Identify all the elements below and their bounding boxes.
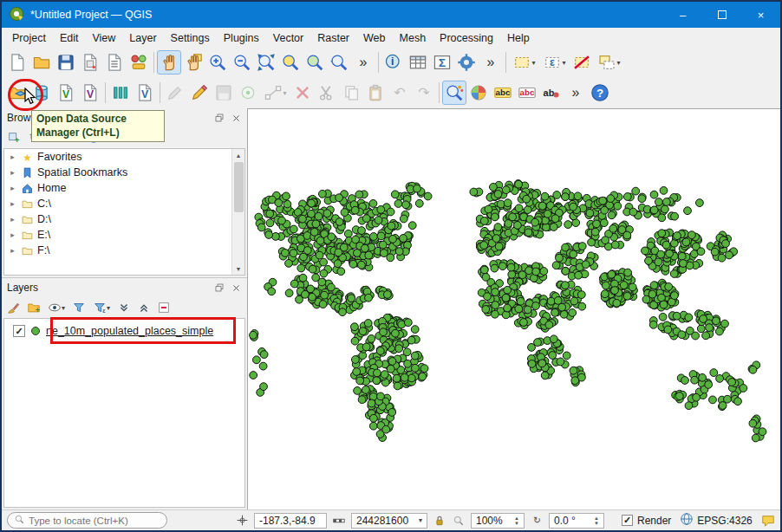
expand-chevron-icon[interactable]: ▸ (9, 168, 16, 177)
nav-toolbar-overflow-button[interactable]: » (351, 50, 375, 75)
layer-label[interactable]: ne_10m_populated_places_simple (46, 325, 213, 337)
messages-icon[interactable] (761, 514, 775, 528)
crs-status[interactable]: EPSG:4326 (680, 512, 752, 529)
close-panel-icon[interactable] (230, 112, 242, 124)
menu-web[interactable]: Web (356, 29, 392, 47)
open-project-button[interactable] (29, 50, 54, 75)
chevron-down-icon[interactable]: ▾ (283, 89, 286, 97)
chevron-down-icon[interactable]: ▾ (62, 304, 65, 312)
chevron-down-icon[interactable]: ▾ (531, 59, 535, 67)
tree-item-f[interactable]: ▸F:\ (4, 243, 244, 258)
new-virtual-layer-button[interactable]: V (133, 81, 157, 105)
expand-chevron-icon[interactable]: ▸ (9, 184, 16, 192)
float-panel-icon[interactable] (213, 282, 225, 294)
locate-input[interactable] (29, 516, 154, 526)
invert-selection-button[interactable]: ▾ (594, 50, 624, 75)
coordinate-display[interactable]: -187.3,-84.9 (254, 513, 327, 529)
titlebar[interactable]: *Untitled Project — QGIS – × (2, 2, 780, 28)
expand-chevron-icon[interactable]: ▸ (9, 230, 16, 239)
style-manager-button[interactable] (127, 50, 151, 75)
tree-item-home[interactable]: ▸Home (4, 180, 244, 196)
magnifier-spinbox[interactable]: 100% ▲▼ (471, 513, 525, 529)
expand-chevron-icon[interactable]: ▸ (9, 199, 16, 208)
zoom-last-button[interactable] (327, 50, 351, 75)
layer-styling-button[interactable] (466, 81, 491, 105)
tree-item-d[interactable]: ▸D:\ (4, 211, 244, 227)
spinner-arrows[interactable]: ▲▼ (514, 516, 519, 526)
add-group-button[interactable]: + (25, 299, 42, 316)
open-attribute-table-button[interactable] (406, 50, 430, 75)
browser-scrollbar[interactable]: ▲ ▼ (231, 149, 244, 275)
float-panel-icon[interactable] (213, 112, 225, 124)
new-geopackage-layer-button[interactable]: V (54, 81, 78, 105)
collapse-all-button[interactable] (135, 299, 153, 316)
scrollbar-thumb[interactable] (234, 162, 244, 212)
menu-edit[interactable]: Edit (53, 29, 86, 47)
expand-chevron-icon[interactable]: ▸ (9, 152, 16, 161)
metasearch-button[interactable] (442, 81, 466, 105)
spinner-arrows[interactable]: ▲▼ (594, 516, 599, 526)
menu-plugins[interactable]: Plugins (217, 29, 266, 47)
rotation-spinbox[interactable]: 0.0 ° ▲▼ (549, 513, 604, 529)
zoom-to-layer-button[interactable] (303, 50, 327, 75)
select-features-button[interactable]: ▾ (509, 50, 539, 75)
menu-layer[interactable]: Layer (122, 29, 163, 47)
toggle-editing-button[interactable] (187, 81, 212, 105)
pan-to-selection-button[interactable] (181, 50, 205, 75)
menu-project[interactable]: Project (5, 29, 53, 47)
menu-mesh[interactable]: Mesh (393, 29, 433, 47)
layer-checkbox[interactable]: ✓ (13, 325, 25, 337)
filter-by-expression-button[interactable]: ε▾ (90, 299, 113, 316)
render-checkbox[interactable]: ✓ (622, 515, 633, 526)
deselect-features-button[interactable] (570, 50, 594, 75)
diagram-options-button[interactable]: ab (539, 81, 564, 105)
render-toggle[interactable]: ✓ Render (622, 515, 671, 527)
scroll-up-icon[interactable]: ▲ (232, 149, 245, 161)
tree-item-favorites[interactable]: ▸★Favorites (4, 149, 244, 165)
select-by-expression-button[interactable]: ε▾ (539, 50, 570, 75)
menu-view[interactable]: View (85, 29, 122, 47)
scale-combo[interactable]: 244281600 ▾ (351, 513, 427, 529)
scale-lock-icon[interactable] (433, 514, 446, 528)
minimize-button[interactable]: – (663, 2, 702, 28)
label-toolbar-overflow-button[interactable]: » (564, 81, 588, 105)
close-panel-icon[interactable] (230, 282, 242, 294)
menu-raster[interactable]: Raster (310, 29, 356, 47)
identify-features-button[interactable]: i (381, 50, 406, 75)
processing-toolbox-button[interactable] (454, 50, 479, 75)
remove-layer-button[interactable] (155, 299, 173, 316)
new-mesh-layer-button[interactable] (108, 81, 133, 105)
new-project-button[interactable] (5, 50, 29, 75)
new-print-layout-button[interactable] (78, 50, 102, 75)
expand-chevron-icon[interactable]: ▸ (9, 246, 16, 255)
attributes-toolbar-overflow-button[interactable]: » (479, 50, 503, 75)
scroll-down-icon[interactable]: ▼ (232, 263, 245, 275)
layer-row[interactable]: ✓ ne_10m_populated_places_simple (4, 319, 244, 337)
save-project-button[interactable] (54, 50, 78, 75)
zoom-full-button[interactable] (254, 50, 278, 75)
layers-panel-header[interactable]: Layers (2, 278, 247, 297)
zoom-out-button[interactable] (230, 50, 254, 75)
coordinate-icon[interactable] (235, 514, 249, 528)
help-button[interactable]: ? (588, 81, 612, 105)
tree-item-e[interactable]: ▸E:\ (4, 227, 244, 243)
maximize-button[interactable] (702, 2, 741, 28)
tree-item-c[interactable]: ▸C:\ (4, 196, 244, 211)
menu-settings[interactable]: Settings (164, 29, 217, 47)
filter-legend-button[interactable] (70, 299, 88, 316)
add-selected-layers-button[interactable]: + (5, 129, 23, 146)
open-layer-styling-panel-button[interactable] (5, 299, 23, 316)
tree-item-spatial-bookmarks[interactable]: ▸Spatial Bookmarks (4, 165, 244, 180)
map-canvas[interactable] (247, 108, 780, 509)
close-button[interactable]: × (741, 2, 780, 28)
menu-vector[interactable]: Vector (266, 29, 310, 47)
statistical-summary-button[interactable]: Σ (430, 50, 454, 75)
label-color-options-button[interactable]: abc (515, 81, 539, 105)
zoom-to-selection-button[interactable] (278, 50, 303, 75)
pan-map-button[interactable] (157, 50, 181, 75)
expand-chevron-icon[interactable]: ▸ (9, 215, 16, 224)
menu-processing[interactable]: Processing (433, 29, 500, 47)
menu-help[interactable]: Help (500, 29, 537, 47)
locate-search[interactable] (7, 512, 167, 529)
chevron-down-icon[interactable]: ▾ (107, 304, 110, 312)
